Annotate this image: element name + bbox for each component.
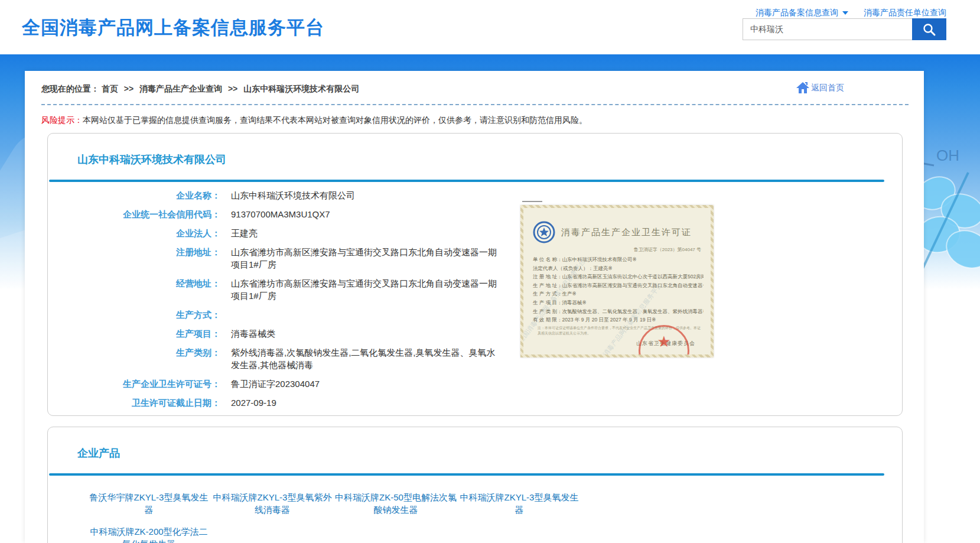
content-panel: 您现在的位置： 首页 >> 消毒产品生产企业查询 >> 山东中科瑞沃环境技术有限… bbox=[25, 71, 924, 543]
products-card: 企业产品 鲁沃华宇牌ZKYL-3型臭氧发生器 中科瑞沃牌ZKYL-3型臭氧紫外线… bbox=[47, 427, 903, 543]
field-row-license-number: 生产企业卫生许可证号： 鲁卫消证字202304047 bbox=[48, 378, 902, 390]
dashed-divider bbox=[41, 104, 909, 105]
field-row-production-project: 生产项目： 消毒器械类 bbox=[48, 327, 902, 340]
breadcrumb-link-enterprise-query[interactable]: 消毒产品生产企业查询 bbox=[139, 84, 222, 93]
nav-link-responsible-unit-query[interactable]: 消毒产品责任单位查询 bbox=[864, 8, 946, 18]
breadcrumb-link-home[interactable]: 首页 bbox=[102, 84, 118, 93]
breadcrumb-row: 您现在的位置： 首页 >> 消毒产品生产企业查询 >> 山东中科瑞沃环境技术有限… bbox=[41, 84, 907, 96]
field-row-production-mode: 生产方式： bbox=[48, 308, 902, 321]
product-link[interactable]: 中科瑞沃牌ZKYL-3型臭氧发生器 bbox=[458, 491, 580, 516]
product-link[interactable]: 中科瑞沃牌ZKYL-3型臭氧紫外线消毒器 bbox=[211, 491, 333, 516]
product-link[interactable]: 中科瑞沃牌ZK-50型电解法次氯酸钠发生器 bbox=[335, 491, 457, 516]
search-input[interactable] bbox=[743, 18, 912, 40]
certificate-title: 消毒产品生产企业卫生许可证 bbox=[561, 227, 692, 238]
page-header: 全国消毒产品网上备案信息服务平台 消毒产品备案信息查询 消毒产品责任单位查询 bbox=[0, 0, 980, 54]
risk-notice: 风险提示：本网站仅基于已掌握的信息提供查询服务，查询结果不代表本网站对被查询对象… bbox=[41, 115, 907, 126]
image-placeholder-dash bbox=[522, 201, 542, 202]
risk-notice-label: 风险提示： bbox=[41, 115, 83, 125]
license-certificate-image: 全国消毒产品网上备案信息服务平台 全国消毒产品网上备案信息服务平台 消毒产品生产… bbox=[520, 205, 714, 357]
top-nav: 消毒产品备案信息查询 消毒产品责任单位查询 bbox=[756, 8, 946, 18]
breadcrumb-separator: >> bbox=[228, 84, 237, 93]
dropdown-caret-icon bbox=[842, 11, 848, 15]
products-card-title: 企业产品 bbox=[77, 446, 902, 460]
field-row-business-address: 经营地址： 山东省潍坊市高新区潍安路与宝通街交叉路口东北角自动变速器一期项目1#… bbox=[48, 277, 902, 302]
field-row-legal-person: 企业法人： 王建亮 bbox=[48, 227, 902, 239]
company-name-title: 山东中科瑞沃环境技术有限公司 bbox=[77, 152, 902, 167]
national-emblem-icon bbox=[533, 221, 555, 243]
search-bar bbox=[743, 18, 946, 40]
field-row-company-name: 企业名称： 山东中科瑞沃环境技术有限公司 bbox=[48, 189, 902, 201]
certificate-header: 消毒产品生产企业卫生许可证 bbox=[533, 221, 704, 243]
breadcrumb: 您现在的位置： 首页 >> 消毒产品生产企业查询 >> 山东中科瑞沃环境技术有限… bbox=[41, 84, 359, 93]
search-button[interactable] bbox=[912, 18, 946, 40]
risk-notice-text: 本网站仅基于已掌握的信息提供查询服务，查询结果不代表本网站对被查询对象信用状况的… bbox=[83, 115, 587, 125]
certificate-body: 单 位 名 称：山东中科瑞沃环境技术有限公司※ 法定代表人（或负责人）：王建亮※… bbox=[533, 255, 704, 324]
field-row-production-category: 生产类别： 紫外线消毒器,次氯酸钠发生器,二氧化氯发生器,臭氧发生器、臭氧水发生… bbox=[48, 346, 902, 371]
field-row-credit-code: 企业统一社会信用代码： 91370700MA3M3U1QX7 bbox=[48, 208, 902, 220]
breadcrumb-separator: >> bbox=[124, 84, 134, 93]
product-link[interactable]: 鲁沃华宇牌ZKYL-3型臭氧发生器 bbox=[88, 491, 210, 516]
home-icon bbox=[796, 82, 810, 93]
product-link[interactable]: 中科瑞沃牌ZK-200型化学法二氧化氯发生器 bbox=[88, 525, 210, 543]
card-title-divider bbox=[49, 473, 884, 476]
back-home-link[interactable]: 返回首页 bbox=[796, 82, 844, 93]
breadcrumb-current-company: 山东中科瑞沃环境技术有限公司 bbox=[243, 84, 359, 93]
svg-text:OH: OH bbox=[936, 147, 959, 164]
site-title: 全国消毒产品网上备案信息服务平台 bbox=[22, 15, 324, 40]
certificate-number: 鲁卫消证字（2023）第04047 号 bbox=[523, 246, 701, 253]
search-icon bbox=[922, 22, 937, 37]
company-fields: 企业名称： 山东中科瑞沃环境技术有限公司 企业统一社会信用代码： 9137070… bbox=[48, 189, 902, 409]
company-info-card: 山东中科瑞沃环境技术有限公司 企业名称： 山东中科瑞沃环境技术有限公司 企业统一… bbox=[47, 133, 903, 416]
field-row-registered-address: 注册地址： 山东省潍坊市高新区潍安路与宝通街交叉路口东北角自动变速器一期项目1#… bbox=[48, 246, 902, 271]
field-row-license-expiry: 卫生许可证截止日期： 2027-09-19 bbox=[48, 396, 902, 409]
nav-link-record-info-query[interactable]: 消毒产品备案信息查询 bbox=[756, 8, 848, 18]
product-list: 鲁沃华宇牌ZKYL-3型臭氧发生器 中科瑞沃牌ZKYL-3型臭氧紫外线消毒器 中… bbox=[88, 491, 608, 543]
card-title-divider bbox=[49, 180, 884, 182]
breadcrumb-prefix: 您现在的位置： bbox=[41, 84, 99, 93]
